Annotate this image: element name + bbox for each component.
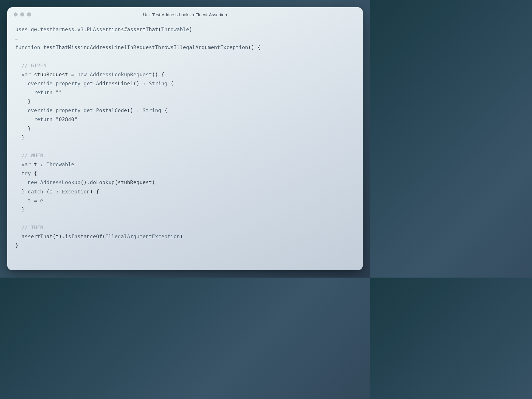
code-token: { <box>164 108 167 113</box>
code-token: { <box>171 81 174 86</box>
code-token: isInstanceOf <box>65 234 102 239</box>
code-token: t : <box>34 162 43 167</box>
code-comment: // GIVEN <box>21 63 46 69</box>
code-window: Unit-Test-Address-LookUp-Fluent-Assertio… <box>7 7 363 270</box>
code-token: () { <box>248 45 261 50</box>
code-token: t = e <box>28 198 43 204</box>
code-token: () : <box>127 108 140 113</box>
code-token: () { <box>152 72 164 77</box>
code-token: uses <box>15 27 28 32</box>
code-token: var <box>21 162 31 167</box>
code-token: String <box>149 81 167 86</box>
traffic-lights <box>7 12 31 16</box>
code-token: } <box>21 207 25 213</box>
code-token: "02840" <box>56 117 77 122</box>
code-token: } <box>21 135 25 141</box>
code-token: AddressLine1 <box>96 81 133 86</box>
code-token: ( <box>102 234 106 239</box>
code-token: (t). <box>53 234 65 239</box>
code-token: "" <box>56 90 62 95</box>
code-token: ) <box>180 234 183 239</box>
code-token: new <box>77 72 87 77</box>
code-token: String <box>143 108 161 113</box>
code-token: Throwable <box>161 27 189 32</box>
code-token: } <box>21 189 25 195</box>
code-token: AddressLookup <box>40 180 81 185</box>
code-token: return <box>34 117 52 122</box>
code-editor[interactable]: uses gw.testharness.v3.PLAssertions#asse… <box>7 22 363 270</box>
code-token: var <box>21 72 31 77</box>
code-token: override property get <box>28 81 93 86</box>
code-token: IllegalArgumentException <box>105 234 180 239</box>
code-token: } <box>28 99 31 104</box>
code-token: { <box>34 171 37 176</box>
code-token: gw.testharness.v3.PLAssertions <box>31 27 124 32</box>
minimize-icon[interactable] <box>20 12 24 16</box>
code-token: function <box>15 45 40 50</box>
code-token: (). <box>81 180 90 185</box>
code-token: catch <box>28 189 43 195</box>
code-token: (stubRequest) <box>115 180 155 185</box>
close-icon[interactable] <box>14 12 18 16</box>
code-token: ( <box>158 27 161 32</box>
code-token: assertThat <box>127 27 158 32</box>
code-token: doLookup <box>90 180 115 185</box>
code-token: AddressLookupRequest <box>90 72 152 77</box>
code-token: # <box>124 27 127 32</box>
code-token: Exception <box>62 189 90 195</box>
code-token: try <box>21 171 31 176</box>
code-token: () : <box>133 81 146 86</box>
code-token: new <box>28 180 37 185</box>
code-comment: // WHEN <box>21 153 43 158</box>
code-token: stubRequest = <box>34 72 74 77</box>
code-token: } <box>15 243 19 248</box>
window-title: Unit-Test-Address-LookUp-Fluent-Assertio… <box>7 12 363 17</box>
code-token: testThatMissingAddressLine1InRequestThro… <box>43 45 248 50</box>
code-token: Throwable <box>46 162 74 167</box>
code-token: override property get <box>28 108 93 113</box>
zoom-icon[interactable] <box>27 12 31 16</box>
code-token: PostalCode <box>96 108 127 113</box>
code-token: (e : <box>46 189 59 195</box>
code-token: ) { <box>90 189 99 195</box>
code-comment: // THEN <box>21 225 43 230</box>
code-token: return <box>34 90 52 95</box>
code-token: ) <box>189 27 192 32</box>
code-token: … <box>15 36 19 41</box>
code-token: } <box>28 126 31 132</box>
code-token: assertThat <box>21 234 52 239</box>
titlebar: Unit-Test-Address-LookUp-Fluent-Assertio… <box>7 7 363 22</box>
